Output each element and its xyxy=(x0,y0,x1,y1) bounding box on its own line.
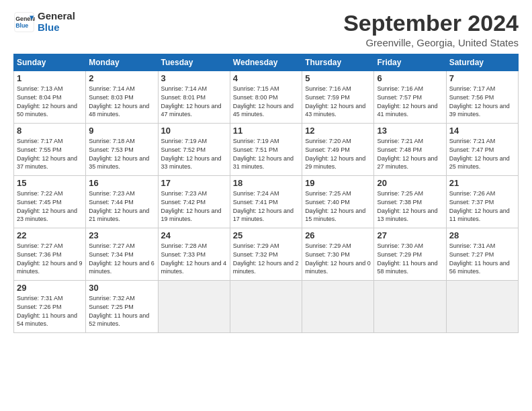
calendar-cell: 12 Sunrise: 7:20 AMSunset: 7:49 PMDaylig… xyxy=(302,124,374,176)
day-info: Sunrise: 7:25 AMSunset: 7:40 PMDaylight:… xyxy=(305,190,365,222)
svg-text:Blue: Blue xyxy=(15,22,28,29)
month-year-title: September 2024 xyxy=(343,11,519,36)
calendar-page: General Blue General Blue September 2024… xyxy=(0,0,532,411)
day-number: 13 xyxy=(377,126,443,136)
calendar-cell: 21 Sunrise: 7:26 AMSunset: 7:37 PMDaylig… xyxy=(446,176,518,228)
day-info: Sunrise: 7:25 AMSunset: 7:38 PMDaylight:… xyxy=(377,190,437,222)
calendar-cell: 22 Sunrise: 7:27 AMSunset: 7:36 PMDaylig… xyxy=(14,228,86,281)
calendar-cell xyxy=(446,281,518,333)
day-number: 24 xyxy=(161,230,227,240)
day-info: Sunrise: 7:18 AMSunset: 7:53 PMDaylight:… xyxy=(89,138,149,170)
day-info: Sunrise: 7:24 AMSunset: 7:41 PMDaylight:… xyxy=(233,190,294,222)
table-row: 8 Sunrise: 7:17 AMSunset: 7:55 PMDayligh… xyxy=(14,124,519,176)
day-number: 3 xyxy=(161,73,227,83)
day-info: Sunrise: 7:27 AMSunset: 7:36 PMDaylight:… xyxy=(17,242,83,275)
day-number: 19 xyxy=(305,178,371,188)
day-info: Sunrise: 7:29 AMSunset: 7:30 PMDaylight:… xyxy=(305,242,371,275)
day-number: 12 xyxy=(305,126,371,136)
day-number: 22 xyxy=(17,230,83,240)
day-number: 4 xyxy=(233,73,299,83)
day-info: Sunrise: 7:23 AMSunset: 7:44 PMDaylight:… xyxy=(89,190,149,222)
header-wednesday: Wednesday xyxy=(230,54,302,71)
day-info: Sunrise: 7:26 AMSunset: 7:37 PMDaylight:… xyxy=(449,190,510,222)
day-number: 7 xyxy=(449,73,515,83)
day-number: 10 xyxy=(161,126,227,136)
day-info: Sunrise: 7:23 AMSunset: 7:42 PMDaylight:… xyxy=(161,190,222,222)
day-info: Sunrise: 7:17 AMSunset: 7:56 PMDaylight:… xyxy=(449,85,510,118)
day-number: 25 xyxy=(233,230,299,240)
day-info: Sunrise: 7:22 AMSunset: 7:45 PMDaylight:… xyxy=(17,190,77,222)
day-number: 2 xyxy=(89,73,154,83)
calendar-cell: 6 Sunrise: 7:16 AMSunset: 7:57 PMDayligh… xyxy=(374,71,446,124)
day-info: Sunrise: 7:21 AMSunset: 7:47 PMDaylight:… xyxy=(449,138,510,170)
day-info: Sunrise: 7:29 AMSunset: 7:32 PMDaylight:… xyxy=(233,242,299,275)
header-saturday: Saturday xyxy=(446,54,518,71)
day-info: Sunrise: 7:32 AMSunset: 7:25 PMDaylight:… xyxy=(89,295,149,327)
day-info: Sunrise: 7:14 AMSunset: 8:03 PMDaylight:… xyxy=(89,85,149,118)
calendar-cell: 26 Sunrise: 7:29 AMSunset: 7:30 PMDaylig… xyxy=(302,228,374,281)
day-info: Sunrise: 7:28 AMSunset: 7:33 PMDaylight:… xyxy=(161,242,227,275)
calendar-cell xyxy=(158,281,230,333)
day-number: 29 xyxy=(17,283,83,293)
table-row: 15 Sunrise: 7:22 AMSunset: 7:45 PMDaylig… xyxy=(14,176,519,228)
day-info: Sunrise: 7:19 AMSunset: 7:51 PMDaylight:… xyxy=(233,138,294,170)
day-info: Sunrise: 7:16 AMSunset: 7:57 PMDaylight:… xyxy=(377,85,437,118)
day-info: Sunrise: 7:21 AMSunset: 7:48 PMDaylight:… xyxy=(377,138,437,170)
table-row: 1 Sunrise: 7:13 AMSunset: 8:04 PMDayligh… xyxy=(14,71,519,124)
day-number: 26 xyxy=(305,230,371,240)
day-info: Sunrise: 7:15 AMSunset: 8:00 PMDaylight:… xyxy=(233,85,294,118)
day-info: Sunrise: 7:31 AMSunset: 7:26 PMDaylight:… xyxy=(17,295,77,327)
day-number: 11 xyxy=(233,126,299,136)
logo: General Blue General Blue xyxy=(13,11,75,33)
calendar-cell: 24 Sunrise: 7:28 AMSunset: 7:33 PMDaylig… xyxy=(158,228,230,281)
calendar-cell: 30 Sunrise: 7:32 AMSunset: 7:25 PMDaylig… xyxy=(86,281,158,333)
day-number: 5 xyxy=(305,73,371,83)
header-monday: Monday xyxy=(86,54,158,71)
header-sunday: Sunday xyxy=(14,54,86,71)
calendar-cell: 23 Sunrise: 7:27 AMSunset: 7:34 PMDaylig… xyxy=(86,228,158,281)
day-number: 18 xyxy=(233,178,299,188)
location-subtitle: Greenville, Georgia, United States xyxy=(343,37,519,48)
calendar-cell: 25 Sunrise: 7:29 AMSunset: 7:32 PMDaylig… xyxy=(230,228,302,281)
calendar-cell xyxy=(230,281,302,333)
title-block: September 2024 Greenville, Georgia, Unit… xyxy=(343,11,519,48)
page-header: General Blue General Blue September 2024… xyxy=(13,11,519,48)
day-number: 14 xyxy=(449,126,515,136)
day-info: Sunrise: 7:16 AMSunset: 7:59 PMDaylight:… xyxy=(305,85,365,118)
calendar-cell: 8 Sunrise: 7:17 AMSunset: 7:55 PMDayligh… xyxy=(14,124,86,176)
calendar-cell: 9 Sunrise: 7:18 AMSunset: 7:53 PMDayligh… xyxy=(86,124,158,176)
day-number: 30 xyxy=(89,283,154,293)
calendar-table: Sunday Monday Tuesday Wednesday Thursday… xyxy=(13,54,519,333)
logo-icon: General Blue xyxy=(13,11,35,33)
day-info: Sunrise: 7:17 AMSunset: 7:55 PMDaylight:… xyxy=(17,138,77,170)
day-info: Sunrise: 7:20 AMSunset: 7:49 PMDaylight:… xyxy=(305,138,365,170)
calendar-cell: 17 Sunrise: 7:23 AMSunset: 7:42 PMDaylig… xyxy=(158,176,230,228)
header-friday: Friday xyxy=(374,54,446,71)
calendar-cell: 5 Sunrise: 7:16 AMSunset: 7:59 PMDayligh… xyxy=(302,71,374,124)
day-info: Sunrise: 7:27 AMSunset: 7:34 PMDaylight:… xyxy=(89,242,154,275)
calendar-cell: 7 Sunrise: 7:17 AMSunset: 7:56 PMDayligh… xyxy=(446,71,518,124)
day-info: Sunrise: 7:30 AMSunset: 7:29 PMDaylight:… xyxy=(377,242,437,275)
calendar-cell xyxy=(374,281,446,333)
header-tuesday: Tuesday xyxy=(158,54,230,71)
calendar-cell xyxy=(302,281,374,333)
table-row: 29 Sunrise: 7:31 AMSunset: 7:26 PMDaylig… xyxy=(14,281,519,333)
day-number: 27 xyxy=(377,230,443,240)
calendar-cell: 28 Sunrise: 7:31 AMSunset: 7:27 PMDaylig… xyxy=(446,228,518,281)
calendar-cell: 13 Sunrise: 7:21 AMSunset: 7:48 PMDaylig… xyxy=(374,124,446,176)
calendar-cell: 29 Sunrise: 7:31 AMSunset: 7:26 PMDaylig… xyxy=(14,281,86,333)
day-number: 16 xyxy=(89,178,154,188)
day-info: Sunrise: 7:31 AMSunset: 7:27 PMDaylight:… xyxy=(449,242,510,275)
day-number: 20 xyxy=(377,178,443,188)
day-number: 15 xyxy=(17,178,83,188)
calendar-cell: 11 Sunrise: 7:19 AMSunset: 7:51 PMDaylig… xyxy=(230,124,302,176)
table-row: 22 Sunrise: 7:27 AMSunset: 7:36 PMDaylig… xyxy=(14,228,519,281)
day-number: 9 xyxy=(89,126,154,136)
day-number: 6 xyxy=(377,73,443,83)
calendar-cell: 4 Sunrise: 7:15 AMSunset: 8:00 PMDayligh… xyxy=(230,71,302,124)
calendar-cell: 10 Sunrise: 7:19 AMSunset: 7:52 PMDaylig… xyxy=(158,124,230,176)
day-number: 17 xyxy=(161,178,227,188)
header-thursday: Thursday xyxy=(302,54,374,71)
day-info: Sunrise: 7:14 AMSunset: 8:01 PMDaylight:… xyxy=(161,85,222,118)
day-number: 1 xyxy=(17,73,83,83)
